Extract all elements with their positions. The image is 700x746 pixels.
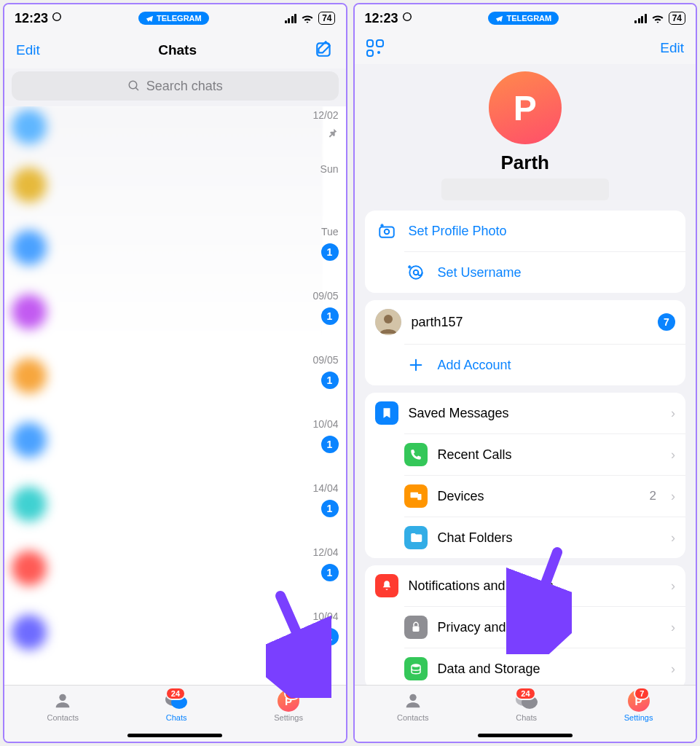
signal-icon bbox=[634, 14, 647, 23]
unread-badge: 1 bbox=[321, 564, 339, 581]
tab-chats[interactable]: 24 Chats bbox=[514, 690, 539, 722]
svg-point-6 bbox=[403, 12, 411, 20]
chat-date: Sun bbox=[320, 163, 339, 175]
bell-icon bbox=[375, 574, 398, 597]
qr-icon[interactable] bbox=[366, 39, 384, 57]
location-icon bbox=[401, 11, 413, 26]
profile-avatar[interactable]: P bbox=[489, 71, 562, 144]
chat-date: 10/04 bbox=[312, 418, 338, 430]
chat-date: 14/04 bbox=[312, 482, 338, 494]
account-row[interactable]: parth157 7 bbox=[365, 300, 686, 344]
chats-list[interactable]: 12/02 Sun Tue 1 09/05 1 09/05 1 10/0 bbox=[4, 106, 346, 685]
svg-point-17 bbox=[409, 694, 416, 701]
accounts-card: parth157 7 Add Account bbox=[365, 300, 686, 385]
chat-date: 12/04 bbox=[312, 546, 338, 558]
svg-point-3 bbox=[60, 694, 66, 701]
set-username-row[interactable]: Set Username bbox=[404, 251, 686, 293]
chat-folders-row[interactable]: Chat Folders › bbox=[404, 517, 686, 558]
data-storage-row[interactable]: Data and Storage › bbox=[404, 648, 686, 685]
search-placeholder: Search chats bbox=[146, 79, 223, 94]
battery-level: 74 bbox=[669, 12, 685, 25]
svg-point-0 bbox=[53, 12, 61, 20]
svg-rect-13 bbox=[410, 492, 418, 498]
tab-contacts[interactable]: Contacts bbox=[397, 690, 428, 722]
plus-icon bbox=[404, 353, 428, 377]
phone-settings-screen: 12:23 TELEGRAM 74 Edit P Parth bbox=[353, 3, 698, 743]
camera-plus-icon bbox=[375, 219, 398, 243]
unread-badge: 1 bbox=[321, 372, 339, 389]
tab-bar: Contacts 24 Chats P 7 Settings bbox=[355, 685, 696, 742]
svg-point-16 bbox=[412, 664, 420, 667]
unread-badge: 1 bbox=[321, 243, 339, 261]
edit-button[interactable]: Edit bbox=[16, 42, 40, 58]
edit-button[interactable]: Edit bbox=[660, 40, 684, 56]
chevron-right-icon: › bbox=[671, 406, 675, 421]
devices-icon bbox=[404, 484, 428, 508]
set-profile-photo-row[interactable]: Set Profile Photo bbox=[365, 211, 686, 251]
saved-messages-row[interactable]: Saved Messages › bbox=[365, 393, 686, 433]
chats-badge: 24 bbox=[165, 687, 186, 700]
home-indicator[interactable] bbox=[127, 734, 222, 737]
row-label: Devices bbox=[438, 489, 640, 504]
search-input[interactable]: Search chats bbox=[12, 71, 339, 101]
chevron-right-icon: › bbox=[671, 620, 675, 635]
row-label: Set Username bbox=[438, 265, 676, 280]
chats-nav-header: Edit Chats bbox=[4, 32, 346, 68]
home-indicator[interactable] bbox=[478, 734, 573, 737]
row-label: Chat Folders bbox=[438, 530, 661, 546]
row-label: Notifications and Sounds bbox=[409, 578, 661, 594]
add-account-row[interactable]: Add Account bbox=[404, 344, 686, 385]
account-avatar bbox=[375, 309, 401, 335]
storage-icon bbox=[404, 657, 428, 680]
status-bar: 12:23 TELEGRAM 74 bbox=[355, 4, 696, 32]
svg-rect-14 bbox=[417, 494, 421, 500]
recent-calls-row[interactable]: Recent Calls › bbox=[404, 433, 686, 475]
settings-nav-header: Edit bbox=[355, 32, 696, 64]
unread-badge: 1 bbox=[321, 307, 339, 325]
status-bar: 12:23 TELEGRAM 74 bbox=[4, 4, 346, 32]
battery-level: 74 bbox=[318, 12, 335, 25]
row-label: parth157 bbox=[412, 315, 648, 330]
profile-name: Parth bbox=[366, 152, 685, 174]
bookmark-icon bbox=[375, 401, 398, 425]
contact-icon bbox=[50, 690, 75, 712]
tab-label: Chats bbox=[516, 713, 537, 722]
chats-badge: 24 bbox=[515, 687, 535, 700]
notifications-row[interactable]: Notifications and Sounds › bbox=[365, 565, 686, 606]
devices-count: 2 bbox=[650, 489, 656, 503]
chat-date: Tue bbox=[321, 226, 339, 237]
telegram-pill[interactable]: TELEGRAM bbox=[488, 12, 559, 25]
unread-badge: 1 bbox=[321, 500, 339, 517]
svg-rect-7 bbox=[380, 227, 394, 237]
tab-settings[interactable]: P 7 Settings bbox=[624, 690, 653, 722]
status-time: 12:23 bbox=[365, 11, 398, 26]
tab-bar: Contacts 24 Chats P 7 Settings bbox=[4, 685, 346, 742]
svg-point-2 bbox=[129, 81, 137, 89]
devices-row[interactable]: Devices 2 › bbox=[404, 475, 686, 517]
row-label: Data and Storage bbox=[438, 661, 661, 677]
phone-icon bbox=[404, 443, 428, 466]
profile-subtitle-blurred bbox=[441, 178, 609, 200]
row-label: Recent Calls bbox=[438, 447, 661, 463]
blurred-content bbox=[4, 106, 323, 685]
profile-actions-card: Set Profile Photo Set Username bbox=[365, 211, 686, 293]
pin-icon bbox=[327, 127, 339, 141]
signal-icon bbox=[285, 14, 297, 23]
tab-chats[interactable]: 24 Chats bbox=[164, 690, 189, 722]
wifi-icon bbox=[301, 13, 314, 23]
status-time: 12:23 bbox=[15, 11, 48, 26]
chat-date: 09/05 bbox=[312, 290, 338, 302]
chat-date: 10/04 bbox=[312, 610, 338, 622]
settings-menu-1: Saved Messages › Recent Calls › Devices … bbox=[365, 393, 686, 558]
tab-label: Settings bbox=[274, 713, 303, 722]
privacy-security-row[interactable]: Privacy and Security › bbox=[404, 606, 686, 648]
tab-contacts[interactable]: Contacts bbox=[47, 690, 79, 722]
svg-point-8 bbox=[384, 229, 389, 235]
tab-settings[interactable]: P 7 Settings bbox=[274, 690, 303, 722]
tab-label: Settings bbox=[624, 713, 653, 722]
telegram-pill[interactable]: TELEGRAM bbox=[138, 12, 209, 25]
row-label: Set Profile Photo bbox=[409, 224, 676, 239]
compose-icon[interactable] bbox=[315, 39, 334, 61]
chat-date: 09/05 bbox=[312, 354, 338, 366]
chevron-right-icon: › bbox=[671, 530, 675, 546]
